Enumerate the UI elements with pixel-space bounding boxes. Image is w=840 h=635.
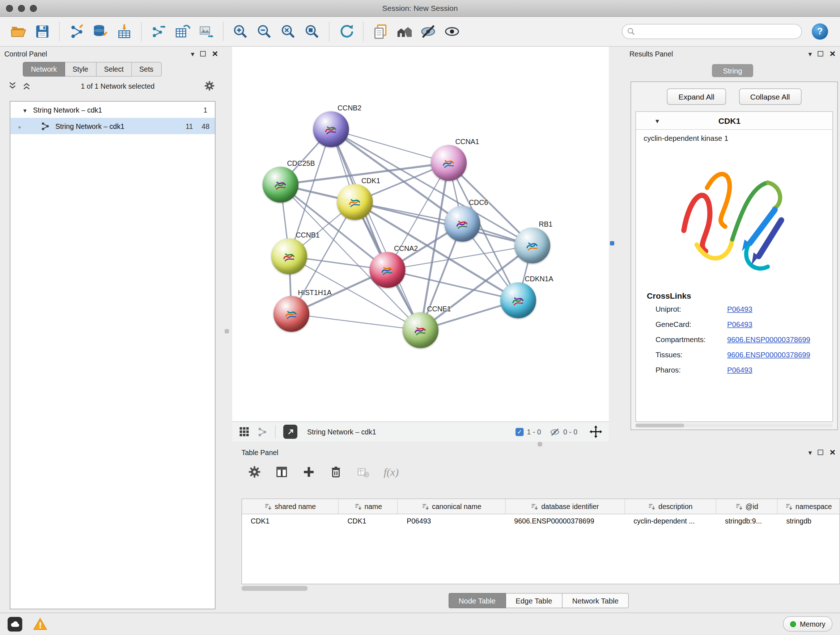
network-node-ccne1[interactable] <box>403 312 439 348</box>
collapse-panel-icon[interactable] <box>808 50 812 58</box>
import-table-icon <box>116 24 133 40</box>
crosslink-label: GeneCard: <box>655 320 727 328</box>
help-button[interactable] <box>812 24 828 40</box>
clone-network-button[interactable] <box>369 20 393 43</box>
column-header[interactable]: canonical name <box>398 499 505 514</box>
warning-icon[interactable] <box>33 618 47 631</box>
network-tree: String Network – cdk1 1 String Network –… <box>10 101 216 609</box>
network-node-ccna2[interactable] <box>370 252 406 288</box>
column-header[interactable]: shared name <box>242 499 339 514</box>
collapse-panel-icon[interactable] <box>808 448 812 456</box>
tab-edge-table[interactable]: Edge Table <box>506 593 562 608</box>
column-header[interactable]: description <box>625 499 716 514</box>
function-builder-button[interactable]: f(x) <box>384 466 399 478</box>
network-node-hist1h1a[interactable] <box>273 296 309 332</box>
splitter-handle[interactable] <box>610 241 614 245</box>
open-session-button[interactable] <box>6 20 30 43</box>
float-panel-icon[interactable] <box>201 51 206 57</box>
import-network-file-button[interactable] <box>65 20 88 43</box>
network-edge[interactable] <box>331 129 421 330</box>
tab-style[interactable]: Style <box>65 62 96 77</box>
crosslink-link[interactable]: P06493 <box>727 305 752 313</box>
float-panel-icon[interactable] <box>818 450 823 455</box>
float-panel-icon[interactable] <box>818 51 823 57</box>
tab-node-table[interactable]: Node Table <box>448 593 506 608</box>
table-horizontal-scrollbar[interactable] <box>242 586 308 591</box>
network-row-selected[interactable]: String Network – cdk1 11 48 <box>11 118 215 134</box>
hide-panel-button[interactable] <box>416 20 440 43</box>
network-edge[interactable] <box>355 202 532 245</box>
eye-slash-icon <box>420 24 436 40</box>
column-header[interactable]: database identifier <box>505 499 625 514</box>
table-settings-gear-icon[interactable] <box>248 466 261 478</box>
protein-squiggle-icon <box>346 193 364 211</box>
zoom-fit-button[interactable] <box>276 20 300 43</box>
save-session-button[interactable] <box>30 20 54 43</box>
network-canvas[interactable]: CCNB2CCNA1CDC25BCDK1CDC6RB1CCNB1CCNA2CDK… <box>232 47 609 421</box>
network-node-rb1[interactable] <box>515 228 550 264</box>
import-network-database-button[interactable] <box>88 20 112 43</box>
grid-view-icon[interactable] <box>239 426 249 437</box>
export-network-button[interactable] <box>147 20 171 43</box>
splitter-handle[interactable] <box>538 442 542 447</box>
expand-all-button[interactable]: Expand All <box>667 89 726 105</box>
collapse-panel-icon[interactable] <box>191 50 195 58</box>
expand-all-networks-icon[interactable] <box>8 81 17 90</box>
crosslink-link[interactable]: 9606.ENSP00000378699 <box>727 350 810 359</box>
tab-string[interactable]: String <box>712 64 753 77</box>
close-panel-icon[interactable] <box>829 50 836 58</box>
delete-column-trash-icon[interactable] <box>330 466 343 478</box>
network-collection-row[interactable]: String Network – cdk1 1 <box>11 102 215 118</box>
apply-layout-button[interactable] <box>334 20 358 43</box>
column-header[interactable]: name <box>339 499 398 514</box>
collapse-all-button[interactable]: Collapse All <box>739 89 801 105</box>
cloud-status-button[interactable] <box>8 616 22 631</box>
search-input[interactable] <box>622 24 802 39</box>
memory-button[interactable]: Memory <box>783 616 832 632</box>
crosslink-link[interactable]: 9606.ENSP00000378699 <box>727 335 810 344</box>
string-home-button[interactable] <box>393 20 416 43</box>
zoom-in-button[interactable] <box>229 20 253 43</box>
collapse-gene-icon[interactable] <box>655 116 659 126</box>
close-panel-icon[interactable] <box>829 448 836 457</box>
tab-network[interactable]: Network <box>23 62 65 77</box>
network-node-cdc25b[interactable] <box>263 167 298 203</box>
network-edge[interactable] <box>331 129 449 163</box>
table-panel-title: Table Panel <box>242 448 279 456</box>
network-edge[interactable] <box>292 314 421 330</box>
add-column-icon[interactable] <box>302 466 316 478</box>
export-table-button[interactable] <box>171 20 194 43</box>
open-in-new-window-button[interactable] <box>283 424 297 439</box>
import-table-button[interactable] <box>112 20 136 43</box>
gene-name: CDK1 <box>659 116 800 125</box>
close-panel-icon[interactable] <box>212 50 218 58</box>
network-node-cdkn1a[interactable] <box>500 282 536 318</box>
network-node-ccnb2[interactable] <box>313 111 349 147</box>
column-header[interactable]: @id <box>716 499 777 514</box>
crosslink-link[interactable]: P06493 <box>727 366 752 374</box>
show-panel-button[interactable] <box>440 20 464 43</box>
splitter-handle[interactable] <box>225 329 229 333</box>
zoom-selected-button[interactable] <box>300 20 324 43</box>
network-node-ccnb1[interactable] <box>271 239 307 274</box>
tab-select[interactable]: Select <box>96 62 132 77</box>
share-view-icon[interactable] <box>257 426 268 437</box>
gear-icon[interactable] <box>204 80 215 91</box>
network-node-cdk1[interactable] <box>337 184 373 220</box>
toolbar-separator <box>59 22 60 41</box>
tab-sets[interactable]: Sets <box>132 62 162 77</box>
table-row[interactable]: CDK1 CDK1 P06493 9606.ENSP00000378699 cy… <box>242 515 840 529</box>
selected-checkbox-icon[interactable] <box>515 428 524 436</box>
results-horizontal-scrollbar[interactable] <box>636 424 833 428</box>
move-crosshair-icon[interactable] <box>589 425 602 439</box>
show-columns-icon[interactable] <box>275 466 288 478</box>
network-node-ccna1[interactable] <box>431 145 467 181</box>
collapse-all-networks-icon[interactable] <box>22 81 32 90</box>
crosslink-link[interactable]: P06493 <box>727 320 752 328</box>
tree-expander-icon[interactable] <box>22 106 28 114</box>
export-image-button[interactable] <box>194 20 218 43</box>
column-header[interactable]: namespace <box>778 499 840 514</box>
zoom-out-button[interactable] <box>253 20 276 43</box>
tab-network-table[interactable]: Network Table <box>562 593 629 608</box>
network-node-cdc6[interactable] <box>445 206 480 242</box>
